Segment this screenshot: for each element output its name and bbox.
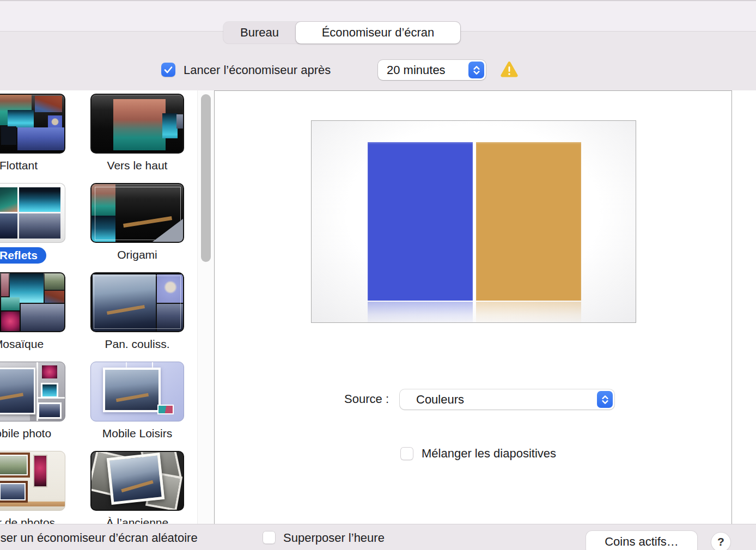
screensaver-preferences-window: Bureau Économiseur d’écran Lancer l’écon…	[0, 0, 756, 550]
check-icon	[161, 63, 175, 77]
screensaver-thumbnail-a-l-ancienne[interactable]	[90, 451, 184, 511]
tab-economiseur-ecran[interactable]: Économiseur d’écran	[296, 22, 460, 44]
preview-reflection-orange	[476, 302, 581, 323]
delay-value: 20 minutes	[387, 60, 446, 80]
screensaver-label: Pan. couliss.	[90, 337, 184, 351]
preview-panel: Source : Couleurs Mélanger les diapositi…	[214, 90, 732, 526]
screensaver-thumbnail-mobile-loisirs[interactable]	[90, 362, 184, 421]
screensaver-thumbnail-reflets[interactable]	[0, 183, 65, 243]
hot-corners-label: Coins actifs…	[605, 535, 679, 549]
warning-triangle-icon	[499, 60, 520, 80]
source-dropdown[interactable]: Couleurs	[400, 389, 614, 410]
preview-color-bar-orange	[476, 142, 581, 301]
sidebar-scrollbar-track[interactable]	[197, 90, 214, 524]
preview-reflection-blue	[368, 302, 473, 323]
hot-corners-button[interactable]: Coins actifs…	[586, 531, 697, 550]
screensaver-label-selected: Reflets	[0, 247, 65, 262]
screensaver-label: Mobile photo	[0, 426, 65, 441]
show-clock-label: Superposer l’heure	[283, 530, 385, 545]
shuffle-slides-checkbox[interactable]	[400, 447, 413, 460]
source-label: Source :	[324, 392, 389, 407]
sidebar-scrollbar-thumb[interactable]	[201, 94, 211, 262]
screensaver-label: Vers le haut	[90, 158, 184, 173]
screensaver-thumbnail-mur-de-photos[interactable]	[0, 451, 65, 511]
question-mark-icon: ?	[717, 535, 724, 548]
shuffle-slides-label: Mélanger les diapositives	[422, 446, 556, 461]
show-clock-checkbox[interactable]	[263, 531, 276, 544]
screensaver-thumbnail-mosaique[interactable]	[0, 272, 65, 332]
help-button[interactable]: ?	[711, 533, 730, 550]
screensaver-thumbnail-flottant[interactable]	[0, 94, 65, 154]
selected-pill: Reflets	[0, 247, 46, 264]
screensaver-thumbnail-vers-le-haut[interactable]	[90, 94, 184, 154]
up-down-chevrons-icon	[468, 62, 484, 78]
desktop-screensaver-tabs: Bureau Économiseur d’écran	[223, 22, 460, 44]
screensaver-thumbnail-origami[interactable]	[90, 183, 184, 243]
start-after-checkbox[interactable]	[161, 63, 175, 77]
footer-bar: Utiliser un économiseur d’écran aléatoir…	[0, 524, 756, 550]
screensaver-preview-screen	[311, 120, 636, 323]
screensaver-label: Mosaïque	[0, 337, 65, 351]
screensaver-thumbnail-mobile-photo[interactable]	[0, 362, 65, 421]
screensaver-thumbnail-pan-couliss[interactable]	[90, 272, 184, 332]
screensaver-list: Flottant Vers le haut Reflets Origami Mo…	[0, 90, 214, 550]
screensaver-label: Mobile Loisirs	[90, 426, 184, 441]
delay-dropdown[interactable]: 20 minutes	[378, 60, 486, 80]
screensaver-label: Origami	[90, 247, 184, 262]
up-down-chevrons-icon	[597, 391, 613, 408]
random-screensaver-label: Utiliser un économiseur d’écran aléatoir…	[0, 530, 198, 545]
tab-bureau[interactable]: Bureau	[223, 22, 296, 44]
source-value: Couleurs	[416, 389, 464, 410]
preview-color-bar-blue	[368, 142, 473, 301]
screensaver-label: Flottant	[0, 158, 65, 173]
start-after-label: Lancer l’économiseur après	[184, 63, 331, 77]
